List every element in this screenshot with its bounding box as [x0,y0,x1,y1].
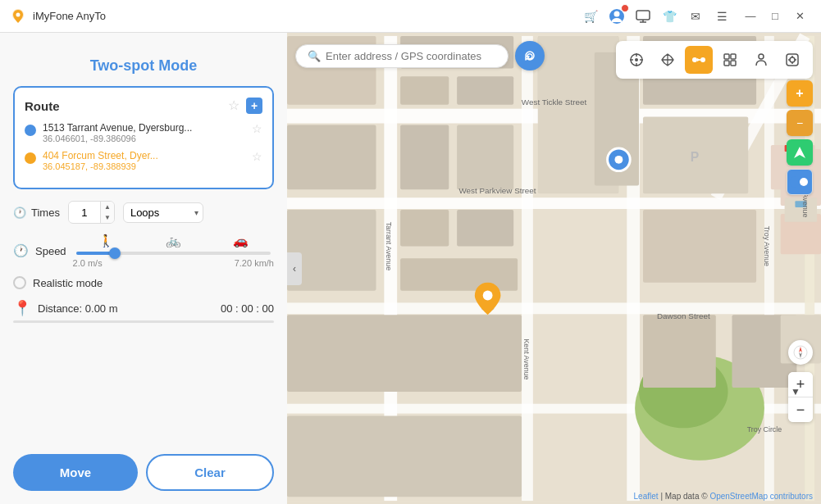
search-icon: 🔍 [308,50,321,62]
waypoint-end: 404 Forcum Street, Dyer... 36.045187, -8… [25,150,262,171]
svg-text:Tarrant Avenue: Tarrant Avenue [385,222,393,271]
times-loop-row: 🕐 Times ▲ ▼ Loops Round Trip [13,201,274,224]
distance-text: Distance: 0.00 m [38,302,214,315]
svg-point-1 [16,12,21,16]
add-waypoint-map-btn[interactable]: + [787,80,813,107]
toolbar-route-btn[interactable] [685,46,713,74]
loop-select[interactable]: Loops Round Trip [123,202,203,223]
radio-inner [16,279,23,286]
profile-icon[interactable] [608,7,626,25]
compass-button[interactable] [788,340,813,365]
clear-button[interactable]: Clear [146,454,274,491]
svg-rect-32 [400,210,449,246]
svg-rect-72 [731,61,736,66]
remove-waypoint-btn[interactable]: − [787,110,813,136]
shirt-icon[interactable]: 👕 [660,7,678,25]
map-area[interactable]: 🔍 [287,33,821,504]
map-search-bar: 🔍 [295,41,545,70]
maximize-button[interactable]: □ [764,5,787,28]
bike-icon: 🚲 [166,234,181,248]
refresh-button[interactable] [515,41,545,70]
app-logo [10,8,26,25]
svg-text:Troy Avenue: Troy Avenue [763,226,771,266]
clock-icon: 🕐 [13,207,26,219]
svg-rect-18 [400,76,449,105]
waypoint-info-start: 1513 Tarrant Avenue, Dyersburg... 36.046… [43,122,245,143]
svg-text:West Parkview Street: West Parkview Street [458,186,536,195]
waypoint-name-end: 404 Forcum Street, Dyer... [43,150,245,161]
menu-icon[interactable]: ☰ [713,7,731,25]
map-toolbar [616,41,813,79]
toolbar-move-btn[interactable] [654,46,682,74]
navigation-btn[interactable] [787,139,813,166]
svg-rect-8 [287,302,821,314]
svg-rect-19 [457,76,513,105]
add-waypoint-button[interactable]: + [246,98,262,114]
svg-rect-29 [400,125,449,189]
speed-icons-row: 🚶 🚲 🚗 [73,234,274,248]
cart-icon[interactable]: 🛒 [582,7,600,25]
toolbar-multispot-btn[interactable] [716,46,744,74]
osm-link[interactable]: OpenStreetMap contributors [709,492,813,501]
mail-icon[interactable]: ✉ [686,7,705,25]
waypoint-dot-end [25,152,36,164]
svg-rect-7 [287,198,821,209]
scroll-down-indicator: ▼ [791,386,800,397]
speed-min: 2.0 m/s [73,258,103,268]
search-input-wrap: 🔍 [295,44,509,68]
move-button[interactable]: Move [13,454,138,491]
toggle-btn[interactable] [787,169,813,195]
title-bar-left: iMyFone AnyTo [10,8,106,25]
times-input[interactable] [69,203,100,222]
title-bar-toolbar: 🛒 👕 ✉ ☰ — □ ✕ [582,5,811,28]
svg-rect-33 [457,210,513,246]
waypoint-coords-end: 36.045187, -89.388939 [43,161,245,171]
search-input[interactable] [326,50,496,62]
svg-point-65 [635,58,638,61]
speed-track [76,252,271,255]
zoom-out-button[interactable]: − [788,397,813,422]
svg-point-67 [700,57,705,62]
times-spin-up[interactable]: ▲ [101,202,114,212]
waypoint-name-start: 1513 Tarrant Avenue, Dyersburg... [43,122,245,134]
toolbar-person-btn[interactable] [747,46,775,74]
distance-row: 📍 Distance: 0.00 m 00 : 00 : 00 [13,299,274,317]
speed-thumb[interactable] [109,247,121,259]
speed-values: 2.0 m/s 7.20 km/h [73,258,274,268]
window-controls: — □ ✕ [739,5,811,28]
waypoint-info-end: 404 Forcum Street, Dyer... 36.045187, -8… [43,150,245,171]
realistic-radio[interactable] [13,276,26,289]
svg-point-73 [759,54,764,59]
side-panel: Two-spot Mode Route ☆ + 1513 Tarrant Ave… [0,33,287,504]
svg-text:Dawson Street: Dawson Street [657,311,710,320]
monitor-icon[interactable] [634,7,652,25]
pin-icon: 📍 [13,299,31,317]
waypoint-star-end[interactable]: ☆ [252,150,262,163]
leaflet-link[interactable]: Leaflet [634,492,659,501]
svg-point-56 [483,291,493,301]
times-label: 🕐 Times [13,207,60,219]
svg-rect-28 [287,125,376,189]
svg-text:Troy Circle: Troy Circle [747,425,782,434]
waypoint-star-start[interactable]: ☆ [252,122,262,135]
app-title: iMyFone AnyTo [33,10,106,22]
waypoint-coords-start: 36.046601, -89.386096 [43,134,245,143]
collapse-panel-button[interactable]: ‹ [287,252,302,285]
route-star-icon[interactable]: ☆ [228,98,239,114]
svg-point-3 [614,11,620,16]
minimize-button[interactable]: — [739,5,762,28]
toolbar-crosshair-btn[interactable] [623,46,650,74]
speed-gauge-icon: 🕐 [13,243,29,258]
app-body: Two-spot Mode Route ☆ + 1513 Tarrant Ave… [0,33,821,504]
svg-rect-69 [724,54,729,59]
close-button[interactable]: ✕ [788,5,811,28]
speed-row: 🕐 Speed 🚶 🚲 🚗 2.0 m/s 7.20 km/h [13,234,274,268]
map-attribution: Leaflet | Map data © OpenStreetMap contr… [634,492,813,501]
progress-bar [13,320,274,323]
route-box: Route ☆ + 1513 Tarrant Avenue, Dyersburg… [13,86,274,189]
svg-point-59 [614,156,623,164]
walk-icon: 🚶 [98,234,114,248]
svg-text:West Tickle Street: West Tickle Street [522,98,587,107]
toolbar-joystick-btn[interactable] [778,46,806,74]
times-spin-down[interactable]: ▼ [101,212,114,223]
